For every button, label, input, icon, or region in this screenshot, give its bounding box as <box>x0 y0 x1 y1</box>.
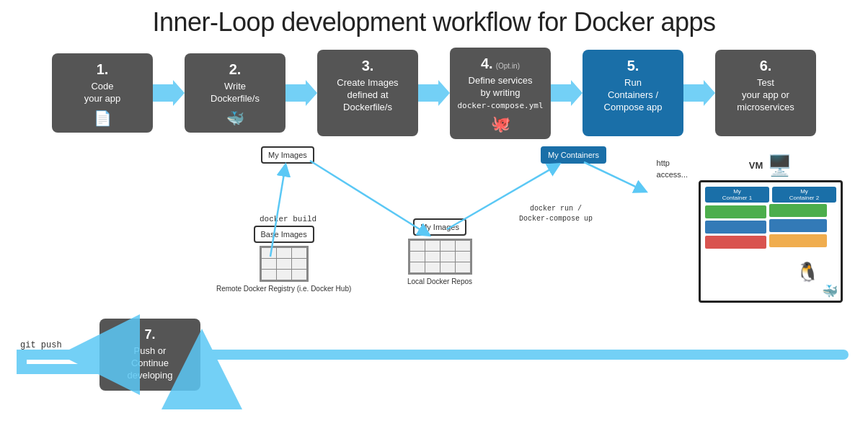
step-2-label: WriteDockerfile/s <box>211 81 260 105</box>
step-5: 5. RunContainers /Compose app <box>583 50 683 136</box>
step-7-number: 7. <box>144 327 155 342</box>
grid-cell <box>277 259 291 269</box>
step-1-number: 1. <box>97 61 109 78</box>
svg-marker-1 <box>285 80 317 106</box>
svg-line-9 <box>584 162 642 190</box>
vm-green-block2 <box>769 204 827 217</box>
grid-cell <box>292 248 306 258</box>
registry-grid <box>260 246 309 282</box>
arrow-5-6 <box>683 79 715 107</box>
remote-registry-area: Base Images Remote Docker Registry (i.e.… <box>216 226 351 293</box>
arrow-svg-1 <box>153 79 185 107</box>
my-containers-area: My Containers <box>541 146 606 164</box>
base-images-label: Base Images <box>261 230 307 239</box>
git-push-label: git push <box>20 340 62 350</box>
svg-marker-3 <box>551 80 583 106</box>
penguin-icon: 🐧 <box>796 261 819 283</box>
docker-icon: 🐳 <box>822 283 838 299</box>
step-4: 4. (Opt.in) Define servicesby writingdoc… <box>450 48 551 139</box>
my-containers-label: My Containers <box>548 151 599 159</box>
grid-cell <box>277 248 291 258</box>
arrow-svg-4 <box>551 79 583 107</box>
step-3: 3. Create Imagesdefined atDockerfile/s <box>317 50 418 136</box>
step-6-number: 6. <box>760 57 772 74</box>
arrow-2-3 <box>285 79 317 107</box>
step-2-number: 2. <box>229 61 242 78</box>
bottom-row: git push 7. Push orContinuedeveloping <box>14 315 854 394</box>
grid-cell <box>456 241 470 251</box>
my-images-top-area: My Images <box>261 146 314 164</box>
step-4-icon: 🐙 <box>491 115 510 133</box>
grid-cell <box>440 262 455 272</box>
step-2-icon: 🐳 <box>226 110 244 127</box>
base-images-box: Base Images <box>254 226 314 243</box>
step-3-label: Create Imagesdefined atDockerfile/s <box>337 77 398 114</box>
docker-run-label: docker run /Docker-compose up <box>519 204 593 224</box>
step-6: 6. Testyour app ormicroservices <box>715 50 816 136</box>
step-4-number: 4. <box>481 55 493 72</box>
step-6-label: Testyour app ormicroservices <box>737 77 794 114</box>
local-repos-label: Local Docker Repos <box>407 277 472 286</box>
step-1-icon: 📄 <box>94 110 112 127</box>
grid-cell <box>262 248 276 258</box>
vm-container-labels: MyContainer 1 MyContainer 2 <box>705 187 836 203</box>
my-containers-box: My Containers <box>541 146 606 164</box>
my-images-local-box: My Images <box>413 218 466 236</box>
remote-registry-label: Remote Docker Registry (i.e. Docker Hub) <box>216 284 351 293</box>
vm-box: MyContainer 1 MyContainer 2 <box>699 180 843 303</box>
middle-area: My Images My Containers docker build doc… <box>14 146 854 312</box>
steps-row: 1. Codeyour app 📄 2. WriteDockerfile/s 🐳… <box>14 48 854 139</box>
grid-cell <box>410 252 425 262</box>
arrow-svg-5 <box>683 79 715 107</box>
vm-color-blocks-left <box>705 205 766 251</box>
my-images-top-label: My Images <box>268 151 307 159</box>
arrow-svg-3 <box>418 79 450 107</box>
grid-cell <box>456 252 470 262</box>
grid-cell <box>425 252 440 262</box>
page-title: Inner-Loop development workflow for Dock… <box>14 7 854 37</box>
svg-marker-2 <box>418 80 450 106</box>
step-5-number: 5. <box>627 57 639 74</box>
grid-cell <box>425 241 440 251</box>
vm-area: VM 🖥️ MyContainer 1 MyContainer 2 <box>699 154 843 303</box>
svg-marker-4 <box>683 80 715 106</box>
grid-cell <box>292 270 306 280</box>
arrow-svg-2 <box>285 79 317 107</box>
step-4-label: Define servicesby writingdocker-compose.… <box>457 75 543 112</box>
vm-blue-block <box>705 221 766 234</box>
step-5-label: RunContainers /Compose app <box>604 77 663 114</box>
arrow-1-2 <box>153 79 185 107</box>
grid-cell <box>456 262 470 272</box>
http-access-label: httpaccess... <box>657 157 688 181</box>
my-images-local-label: My Images <box>420 223 459 231</box>
vm-container2-label: MyContainer 2 <box>772 187 836 203</box>
arrow-3-4 <box>418 79 450 107</box>
vm-label: VM <box>749 160 763 171</box>
grid-cell <box>292 259 306 269</box>
grid-cell <box>440 252 455 262</box>
step-7: 7. Push orContinuedeveloping <box>99 319 200 391</box>
grid-cell <box>277 270 291 280</box>
step-7-label: Push orContinuedeveloping <box>128 345 173 382</box>
step-4-optin: (Opt.in) <box>496 62 520 70</box>
vm-container1-label: MyContainer 1 <box>705 187 769 203</box>
vm-red-block <box>705 236 766 249</box>
step-2: 2. WriteDockerfile/s 🐳 <box>185 53 285 133</box>
vm-monitor-icon: 🖥️ <box>767 154 792 177</box>
arrow-4-5 <box>551 79 583 107</box>
vm-green-block <box>705 205 766 218</box>
grid-cell <box>425 262 440 272</box>
grid-cell <box>262 259 276 269</box>
page: Inner-Loop development workflow for Dock… <box>0 0 868 426</box>
step-1: 1. Codeyour app 📄 <box>52 53 153 133</box>
local-repos-area: My Images Local Docker Repos <box>407 218 472 286</box>
my-images-top-box: My Images <box>261 146 314 164</box>
vm-inner: MyContainer 1 MyContainer 2 <box>705 187 836 296</box>
step-3-number: 3. <box>362 57 374 74</box>
docker-build-label: docker build <box>260 215 316 223</box>
grid-cell <box>262 270 276 280</box>
local-repo-grid <box>408 239 472 275</box>
svg-marker-0 <box>153 80 185 106</box>
vm-header: VM 🖥️ <box>749 154 793 177</box>
grid-cell <box>410 241 425 251</box>
